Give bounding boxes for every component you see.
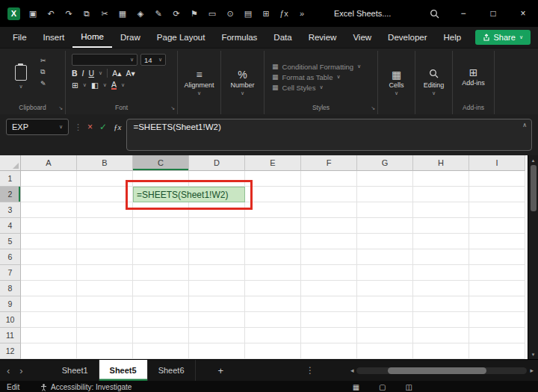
cell-D11[interactable] [189, 328, 245, 343]
font-size-select[interactable]: 14∨ [140, 54, 166, 66]
scroll-left-icon[interactable]: ◂ [350, 367, 354, 374]
cell-B8[interactable] [77, 281, 133, 296]
cell-F1[interactable] [301, 171, 357, 187]
menu-tab-help[interactable]: Help [436, 27, 470, 48]
cell-A7[interactable] [21, 265, 77, 281]
cell-B7[interactable] [77, 265, 133, 281]
styles-item-conditional-formatting[interactable]: ▦Conditional Formatting∨ [272, 63, 377, 71]
cell-G11[interactable] [357, 328, 413, 343]
menu-tab-formulas[interactable]: Formulas [213, 27, 265, 48]
cell-H6[interactable] [413, 249, 469, 265]
sheet-tab-sheet6[interactable]: Sheet6 [148, 360, 196, 381]
cell-D8[interactable] [189, 281, 245, 296]
cell-E9[interactable] [245, 296, 301, 312]
excel-logo-icon[interactable]: X [7, 7, 20, 20]
normal-view-icon[interactable]: ▦ [353, 383, 359, 391]
maximize-button[interactable]: □ [478, 0, 508, 27]
row-header-4[interactable]: 4 [0, 218, 21, 234]
cell-A1[interactable] [21, 171, 77, 187]
cell-I12[interactable] [469, 343, 525, 359]
cell-F12[interactable] [301, 343, 357, 359]
cell-E6[interactable] [245, 249, 301, 265]
accessibility-status[interactable]: Accessibility: Investigate [40, 383, 132, 391]
cell-G5[interactable] [357, 234, 413, 249]
cell-B4[interactable] [77, 218, 133, 234]
cell-D12[interactable] [189, 343, 245, 359]
page-break-view-icon[interactable]: ◫ [406, 383, 412, 391]
cell-C6[interactable] [133, 249, 189, 265]
search-icon[interactable] [430, 9, 439, 19]
cell-B11[interactable] [77, 328, 133, 343]
chevron-down-icon[interactable]: ∨ [99, 70, 102, 76]
cell-G8[interactable] [357, 281, 413, 296]
camera-icon[interactable]: ⊙ [225, 9, 235, 19]
cell-A5[interactable] [21, 234, 77, 249]
cell-B10[interactable] [77, 312, 133, 328]
cell-F4[interactable] [301, 218, 357, 234]
chevron-down-icon[interactable]: ∨ [83, 82, 87, 88]
styles-item-cell-styles[interactable]: ▦Cell Styles∨ [272, 84, 377, 92]
cell-C7[interactable] [133, 265, 189, 281]
cell-B12[interactable] [77, 343, 133, 359]
styles-dialog-launcher-icon[interactable]: ↘ [371, 103, 375, 113]
cell-A11[interactable] [21, 328, 77, 343]
vertical-scrollbar[interactable]: ▴ ▾ [528, 155, 538, 359]
cell-C9[interactable] [133, 296, 189, 312]
cell-I4[interactable] [469, 218, 525, 234]
cell-F10[interactable] [301, 312, 357, 328]
increase-font-size-icon[interactable]: A▴ [112, 69, 121, 78]
cell-E12[interactable] [245, 343, 301, 359]
cell-G7[interactable] [357, 265, 413, 281]
cell-D7[interactable] [189, 265, 245, 281]
italic-button[interactable]: I [82, 69, 84, 78]
cell-I2[interactable] [469, 187, 525, 202]
prev-sheet-icon[interactable]: ‹ [7, 365, 10, 376]
row-header-12[interactable]: 12 [0, 343, 21, 359]
column-header-G[interactable]: G [357, 155, 413, 171]
cell-F7[interactable] [301, 265, 357, 281]
cell-G6[interactable] [357, 249, 413, 265]
cell-E10[interactable] [245, 312, 301, 328]
workbook-icon[interactable]: ▤ [243, 9, 253, 19]
cell-A6[interactable] [21, 249, 77, 265]
menu-tab-file[interactable]: File [4, 27, 35, 48]
number-button[interactable]: % Number ∨ [221, 51, 264, 114]
cell-E4[interactable] [245, 218, 301, 234]
cell-B6[interactable] [77, 249, 133, 265]
cell-I1[interactable] [469, 171, 525, 187]
row-header-1[interactable]: 1 [0, 171, 21, 187]
row-header-7[interactable]: 7 [0, 265, 21, 281]
picture-icon[interactable]: ▦ [117, 9, 128, 19]
undo-icon[interactable]: ↶ [46, 9, 56, 19]
row-header-2[interactable]: 2 [0, 187, 21, 202]
cell-A10[interactable] [21, 312, 77, 328]
cell-C11[interactable] [133, 328, 189, 343]
column-header-C[interactable]: C [133, 155, 189, 171]
function-icon[interactable]: ƒx [279, 9, 289, 18]
table-icon[interactable]: ⊞ [261, 9, 271, 19]
chevron-down-icon[interactable]: ∨ [121, 82, 125, 88]
editing-button[interactable]: Editing ∨ [415, 51, 452, 114]
underline-button[interactable]: U [89, 69, 95, 78]
new-sheet-button[interactable]: + [218, 365, 224, 376]
menu-tab-home[interactable]: Home [72, 27, 112, 48]
minimize-button[interactable]: − [448, 0, 478, 27]
vertical-scroll-thumb[interactable] [531, 165, 537, 211]
copy-icon[interactable]: ⧉ [81, 9, 92, 19]
cell-G12[interactable] [357, 343, 413, 359]
next-sheet-icon[interactable]: › [19, 365, 22, 376]
decrease-font-size-icon[interactable]: A▾ [126, 69, 135, 78]
styles-item-format-as-table[interactable]: ▦Format as Table∨ [272, 73, 377, 81]
redo-icon[interactable]: ↷ [64, 9, 74, 19]
addins-button[interactable]: ⊞ Add-ins [453, 51, 494, 103]
column-header-I[interactable]: I [469, 155, 525, 171]
cell-B9[interactable] [77, 296, 133, 312]
close-button[interactable]: × [508, 0, 538, 27]
menu-tab-draw[interactable]: Draw [112, 27, 149, 48]
row-header-6[interactable]: 6 [0, 249, 21, 265]
cell-F5[interactable] [301, 234, 357, 249]
menu-tab-data[interactable]: Data [265, 27, 300, 48]
cell-I9[interactable] [469, 296, 525, 312]
formula-input[interactable]: =SHEETS(Sheet1!W2) ∧ [126, 119, 532, 151]
cell-B2[interactable] [77, 187, 133, 202]
